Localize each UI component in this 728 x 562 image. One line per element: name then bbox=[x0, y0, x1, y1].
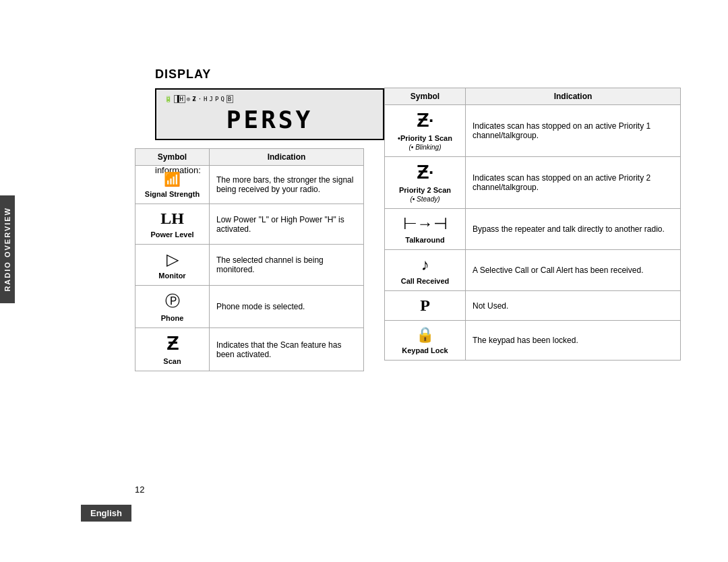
right-table-header-indication: Indication bbox=[466, 88, 681, 105]
symbol-cell-monitor: ▷ Monitor bbox=[135, 245, 210, 286]
symbol-cell-scan: Ƶ Scan bbox=[135, 328, 210, 371]
keypad-icon: 🔒 bbox=[416, 326, 434, 344]
left-table: Symbol Indication 📶 Signal Strength The … bbox=[135, 148, 364, 371]
priority2-label: Priority 2 Scan bbox=[399, 186, 451, 194]
power-label: Power Level bbox=[150, 230, 193, 239]
signal-label: Signal Strength bbox=[145, 190, 200, 198]
phone-icon: Ⓟ bbox=[165, 291, 180, 311]
indication-cell-priority1: Indicates scan has stopped on an active … bbox=[466, 105, 681, 157]
page-number: 12 bbox=[135, 485, 144, 495]
monitor-icon: ▷ bbox=[166, 250, 179, 269]
table-row: ♪ Call Received A Selective Call or Call… bbox=[385, 250, 681, 291]
call-icon: ♪ bbox=[421, 255, 429, 274]
display-top-row: 🔋 ▐H ⊙ Ƶ · H J P Q B bbox=[164, 95, 375, 103]
right-table: Symbol Indication Ƶ· •Priority 1 Scan (•… bbox=[384, 88, 681, 361]
priority2-sublabel: (• Steady) bbox=[410, 195, 439, 203]
display-title: DISPLAY bbox=[155, 67, 708, 82]
symbol-cell-power: LH Power Level bbox=[135, 204, 210, 245]
indication-cell-p: Not Used. bbox=[466, 291, 681, 321]
keypad-label: Keypad Lock bbox=[402, 346, 448, 354]
table-row: Ƶ· •Priority 1 Scan (• Blinking) Indicat… bbox=[385, 105, 681, 157]
priority1-label: •Priority 1 Scan bbox=[398, 134, 452, 142]
call-label: Call Received bbox=[401, 277, 450, 285]
indication-cell-monitor: The selected channel is being monitored. bbox=[210, 245, 364, 286]
talkaround-icon: ⊢→⊣ bbox=[403, 214, 448, 233]
side-tab: RADIO OVERVIEW bbox=[0, 195, 15, 303]
indication-cell-scan: Indicates that the Scan feature has been… bbox=[210, 328, 364, 371]
table-row: 🔒 Keypad Lock The keypad has been locked… bbox=[385, 321, 681, 361]
left-table-header-symbol: Symbol bbox=[135, 149, 210, 166]
talkaround-label: Talkaround bbox=[405, 236, 444, 244]
scan-icon: Ƶ bbox=[166, 334, 179, 354]
indication-cell-phone: Phone mode is selected. bbox=[210, 286, 364, 328]
table-row: Ⓟ Phone Phone mode is selected. bbox=[135, 286, 364, 328]
signal-icon: 📶 bbox=[164, 171, 181, 187]
symbol-cell-signal: 📶 Signal Strength bbox=[135, 166, 210, 204]
display-main-row: PERSY bbox=[164, 106, 375, 133]
symbol-cell-p: P bbox=[385, 291, 466, 321]
table-row: 📶 Signal Strength The more bars, the str… bbox=[135, 166, 364, 204]
power-icon: LH bbox=[160, 210, 184, 228]
table-row: ▷ Monitor The selected channel is being … bbox=[135, 245, 364, 286]
table-row: Ƶ· Priority 2 Scan (• Steady) Indicates … bbox=[385, 157, 681, 209]
indication-cell-keypad: The keypad has been locked. bbox=[466, 321, 681, 361]
symbol-cell-call: ♪ Call Received bbox=[385, 250, 466, 291]
indication-cell-call: A Selective Call or Call Alert has been … bbox=[466, 250, 681, 291]
symbol-cell-keypad: 🔒 Keypad Lock bbox=[385, 321, 466, 361]
phone-label: Phone bbox=[161, 314, 184, 322]
indication-cell-power: Low Power "L" or High Power "H" is activ… bbox=[210, 204, 364, 245]
symbol-cell-priority1: Ƶ· •Priority 1 Scan (• Blinking) bbox=[385, 105, 466, 157]
table-row: ⊢→⊣ Talkaround Bypass the repeater and t… bbox=[385, 209, 681, 250]
right-table-header-symbol: Symbol bbox=[385, 88, 466, 105]
table-row: LH Power Level Low Power "L" or High Pow… bbox=[135, 204, 364, 245]
priority1-icon: Ƶ· bbox=[417, 111, 433, 131]
symbol-cell-talkaround: ⊢→⊣ Talkaround bbox=[385, 209, 466, 250]
display-screen: 🔋 ▐H ⊙ Ƶ · H J P Q B PERSY bbox=[155, 88, 384, 140]
monitor-label: Monitor bbox=[158, 272, 185, 280]
indication-cell-priority2: Indicates scan has stopped on an active … bbox=[466, 157, 681, 209]
symbol-cell-phone: Ⓟ Phone bbox=[135, 286, 210, 328]
priority1-sublabel: (• Blinking) bbox=[409, 144, 442, 151]
table-row: P Not Used. bbox=[385, 291, 681, 321]
language-tab-label: English bbox=[90, 508, 122, 518]
left-table-header-indication: Indication bbox=[210, 149, 364, 166]
p-icon: P bbox=[420, 296, 430, 315]
table-row: Ƶ Scan Indicates that the Scan feature h… bbox=[135, 328, 364, 371]
side-tab-label: RADIO OVERVIEW bbox=[3, 207, 11, 292]
indication-cell-signal: The more bars, the stronger the signal b… bbox=[210, 166, 364, 204]
scan-label: Scan bbox=[163, 357, 181, 365]
indication-cell-talkaround: Bypass the repeater and talk directly to… bbox=[466, 209, 681, 250]
symbol-cell-priority2: Ƶ· Priority 2 Scan (• Steady) bbox=[385, 157, 466, 209]
language-tab: English bbox=[81, 505, 131, 522]
priority2-icon: Ƶ· bbox=[417, 162, 433, 183]
